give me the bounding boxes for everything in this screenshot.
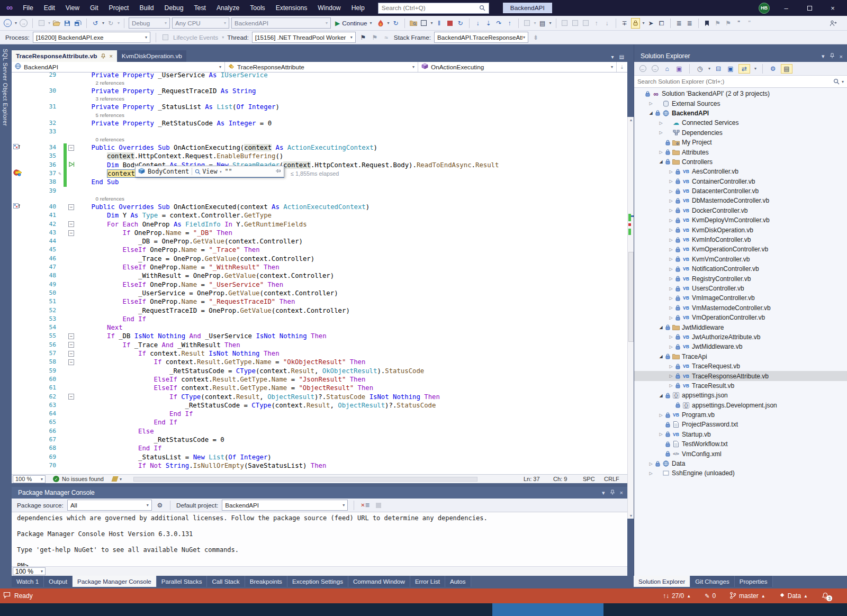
close-icon[interactable]: × [620,490,623,496]
navigate-forward-icon[interactable]: → [19,18,28,29]
save-icon[interactable] [63,18,71,29]
new-project-icon[interactable] [37,18,46,29]
se-properties-icon[interactable]: ▣ [726,64,735,74]
expand-arrow-icon[interactable]: ▷ [668,179,674,184]
console-horizontal-scrollbar[interactable] [49,568,624,574]
code-line-40[interactable]: 40−Public Overrides Sub OnActionExecuted… [12,203,627,211]
undo-icon[interactable]: ↺ [91,18,100,29]
tree-item[interactable]: ◢TraceApi [634,352,847,361]
panel-tab-properties[interactable]: Properties [735,576,773,587]
continue-button[interactable]: ▶Continue▾ [333,20,374,27]
expand-arrow-icon[interactable]: ▷ [647,461,654,466]
sql-server-object-explorer-tab[interactable]: SQL Server Object Explorer [0,44,12,576]
maximize-button[interactable] [803,4,816,12]
breakpoint-window-icon[interactable] [561,18,569,29]
expand-arrow-icon[interactable]: ▷ [668,276,674,281]
nav-project-dropdown[interactable]: BackendAPI▾ [12,62,225,72]
panel-tab-solution-explorer[interactable]: Solution Explorer [634,576,690,587]
collapse-arrow-icon[interactable]: ◢ [657,393,664,398]
expand-arrow-icon[interactable]: ▷ [668,198,674,203]
pmc-header[interactable]: Package Manager Console ▾ × [12,487,627,499]
expand-arrow-icon[interactable]: ▷ [668,345,674,349]
git-branch-selector[interactable]: master▲ [729,592,765,601]
menu-git[interactable]: Git [85,3,103,13]
tree-item[interactable]: ▷VBVmImageController.vb [634,293,847,303]
panel-tab-git-changes[interactable]: Git Changes [690,576,734,587]
panel-tab-package-manager-console[interactable]: Package Manager Console [73,576,157,587]
browse-with-icon[interactable] [409,18,418,29]
step-into-icon[interactable]: ⇣ [484,18,493,29]
breakpoint-window2-icon[interactable] [571,18,580,29]
menu-tools[interactable]: Tools [245,3,269,13]
menu-analyze[interactable]: Analyze [212,3,244,13]
code-line-45[interactable]: 45ElseIf OneProp.Name = "_Trace" Then [12,246,627,254]
collapse-icon[interactable]: − [68,333,74,339]
indent-more-icon[interactable]: ≣ [686,18,694,29]
horizontal-scrollbar[interactable] [129,476,520,482]
tree-item[interactable]: ▷☁Connected Services [634,118,847,128]
code-line-62[interactable]: 62−If CType(context.Result, ObjectResult… [12,393,627,401]
tree-item[interactable]: ◢Controllers [634,157,847,167]
expand-arrow-icon[interactable]: ▷ [657,130,664,135]
code-line-35[interactable]: 35context.HttpContext.Request.EnableBuff… [12,152,627,160]
tree-item[interactable]: ▷VBJwtMiddleware.vb [634,342,847,351]
expand-arrow-icon[interactable]: ▷ [668,208,674,213]
break-all-icon[interactable]: ‖ [435,18,444,29]
quotes-icon[interactable]: " [735,18,743,29]
account-avatar[interactable]: HB [759,3,770,14]
tree-item[interactable]: ∞Solution 'BackendAPI' (2 of 3 projects) [634,89,847,98]
se-wrench-icon[interactable]: ⚙ [769,64,777,74]
close-icon[interactable]: × [840,53,843,60]
redo-icon[interactable]: ↻ [106,18,115,29]
collapse-icon[interactable]: − [68,221,74,227]
tab-list-chevron-icon[interactable]: ▾ [611,54,614,60]
editor-zoom-dropdown[interactable]: 100 %▾ [13,475,46,483]
tree-item[interactable]: ▷VBRegistryController.vb [634,274,847,283]
expand-arrow-icon[interactable]: ▷ [668,286,674,291]
panel-tab-exception-settings[interactable]: Exception Settings [287,576,348,587]
code-line-59[interactable]: 59_RetStatusCode = CType(context.Result,… [12,367,627,375]
code-line-39[interactable]: 39 [12,187,627,195]
code-line-69[interactable]: 69_StatusList = New List(Of Integer) [12,453,627,461]
tree-item[interactable]: ◢BackendAPI [634,108,847,118]
code-line-65[interactable]: 65End If [12,418,627,427]
code-line-34[interactable]: 34−Public Overrides Sub OnActionExecutin… [12,143,627,152]
code-line-31[interactable]: 31Private Property _StatusList As List(O… [12,103,627,111]
code-line-48[interactable]: 48_WithResult = OneProp.GetValue(context… [12,271,627,280]
memory-layout-icon[interactable]: ▤ [538,18,547,29]
menu-window[interactable]: Window [313,3,345,13]
expand-arrow-icon[interactable]: ▷ [668,247,674,252]
code-cleanup-icon[interactable]: ▾ [112,476,122,482]
code-line-44[interactable]: 44_DB = OneProp.GetValue(context.Control… [12,237,627,246]
quick-search-box[interactable] [378,3,489,14]
column-indicator[interactable]: Ch: 9 [553,476,583,482]
code-line-42[interactable]: 42−For Each OneProp As FieldInfo In Y.Ge… [12,220,627,229]
pin-icon[interactable] [610,490,615,496]
collapse-icon[interactable]: − [68,204,74,210]
solution-search-input[interactable] [637,78,833,85]
solution-search-box[interactable]: ▾ [634,76,847,88]
code-line-58[interactable]: 58−If context.Result.GetType.Name = "OkO… [12,358,627,366]
startup-project-dropdown[interactable]: BackendAPI▾ [231,17,331,29]
solution-platform-dropdown[interactable]: Any CPU▾ [172,17,229,29]
expand-arrow-icon[interactable]: ▷ [668,296,674,301]
stack-down-icon[interactable]: ⇟ [531,32,540,43]
tree-item[interactable]: ▷VBKvmVmController.vb [634,255,847,264]
tree-item[interactable]: ▷VBProgram.vb [634,410,847,420]
tree-item[interactable]: ▷VBDockerController.vb [634,206,847,215]
console-output[interactable]: dependencies which are governed by addit… [12,512,627,566]
expand-arrow-icon[interactable]: ▷ [668,315,674,320]
tree-item[interactable]: ▷VBKvmDiskOperation.vb [634,225,847,234]
panel-tab-parallel-stacks[interactable]: Parallel Stacks [157,576,208,587]
menu-project[interactable]: Project [104,3,134,13]
codelens-references[interactable]: 2 references [12,79,124,87]
se-pending-changes-icon[interactable]: ◷ [696,64,704,74]
restart-icon[interactable]: ↻ [392,18,400,29]
code-line-66[interactable]: 66Else [12,427,627,436]
menu-test[interactable]: Test [190,3,211,13]
panel-tab-breakpoints[interactable]: Breakpoints [245,576,287,587]
tree-item[interactable]: ▷VBTraceResponseAttribute.vb [634,371,847,381]
close-button[interactable]: × [826,4,840,12]
code-line-55[interactable]: 55−If _DB IsNot Nothing And _UserService… [12,332,627,340]
expand-arrow-icon[interactable]: ▷ [668,267,674,271]
